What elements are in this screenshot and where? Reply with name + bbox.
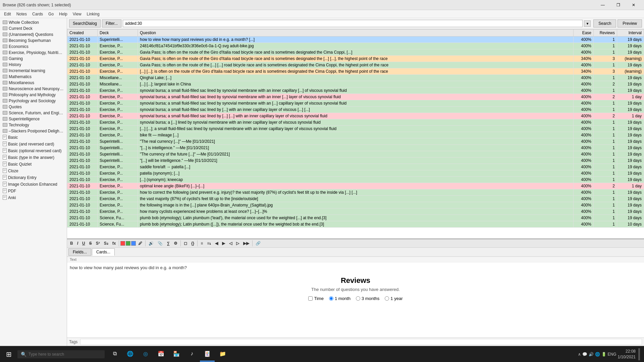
- sidebar-item-3[interactable]: Becoming Superhuman: [0, 38, 67, 44]
- sidebar-item-9[interactable]: Mathematics: [0, 74, 67, 80]
- attach-button[interactable]: 📎: [156, 240, 164, 246]
- tab-fields[interactable]: Fields...: [68, 248, 91, 256]
- search-input[interactable]: [123, 20, 583, 27]
- task-icon-music[interactable]: ♪: [184, 347, 199, 362]
- table-row[interactable]: 2021-01-10Exercise, P...[...] (synonym);…: [67, 177, 644, 183]
- start-button[interactable]: ⊞: [1, 347, 16, 362]
- align-right-button[interactable]: ▶▶: [241, 240, 251, 246]
- table-row[interactable]: 2021-01-10Science, Fu...plumb bob (etymo…: [67, 221, 644, 228]
- code-button[interactable]: {}: [190, 240, 196, 246]
- sidebar-item-15[interactable]: Science, Futurism, and Engineering: [0, 110, 67, 116]
- task-icon-anki[interactable]: 🃏: [200, 347, 215, 362]
- col-header-question[interactable]: Question: [138, 29, 574, 37]
- tray-battery[interactable]: 🔋: [601, 352, 606, 357]
- menu-notes[interactable]: Notes: [14, 11, 30, 17]
- close-button[interactable]: ✕: [626, 0, 641, 10]
- table-row[interactable]: 2021-01-10Exercise, P...saddle fore/aft …: [67, 164, 644, 170]
- superscript-button[interactable]: S²: [94, 240, 102, 246]
- menu-edit[interactable]: Edit: [1, 11, 14, 17]
- table-row[interactable]: 2021-01-10Exercise, P...[...] [...]; a s…: [67, 126, 644, 132]
- sidebar-item-22[interactable]: Basic (type in the answer): [0, 154, 67, 161]
- table-row[interactable]: 2021-01-10Superintelli..."The currency o…: [67, 151, 644, 158]
- table-row[interactable]: 2021-01-10Exercise, P...synovial bursa; …: [67, 87, 644, 94]
- menu-go[interactable]: Go: [46, 11, 56, 17]
- list-ordered-button[interactable]: ≡₁: [205, 240, 213, 246]
- table-row[interactable]: 2021-01-10Superintelli..."The real curre…: [67, 138, 644, 145]
- table-row[interactable]: 2021-01-10Exercise, P...patella (synonym…: [67, 170, 644, 177]
- year-radio[interactable]: [385, 296, 389, 301]
- sidebar-item-16[interactable]: Superintelligence: [0, 116, 67, 122]
- align-center-button[interactable]: ▷: [234, 240, 241, 246]
- filter-button[interactable]: Filter...: [102, 19, 121, 27]
- col-header-deck[interactable]: Deck: [98, 29, 138, 37]
- show-desktop-button[interactable]: [638, 348, 640, 360]
- tray-expand[interactable]: ∧: [578, 352, 581, 357]
- sidebar-item-17[interactable]: Technology: [0, 122, 67, 128]
- tags-input[interactable]: [80, 339, 642, 345]
- format-button[interactable]: fx: [111, 240, 118, 246]
- align-left-button[interactable]: ◁: [227, 240, 234, 246]
- list-unordered-button[interactable]: ≡: [199, 240, 205, 246]
- col-header-interval[interactable]: Interval: [617, 29, 644, 37]
- bold-button[interactable]: B: [68, 240, 75, 246]
- highlight-button[interactable]: 🖊: [137, 240, 144, 246]
- task-icon-multidesktop[interactable]: ⧉: [107, 347, 122, 362]
- time-checkbox-label[interactable]: Time: [308, 296, 323, 301]
- sidebar-item-20[interactable]: Basic (and reversed card): [0, 141, 67, 147]
- sidebar-item-21[interactable]: Basic (optional reversed card): [0, 147, 67, 154]
- sidebar-item-1[interactable]: Current Deck: [0, 25, 67, 32]
- link-button[interactable]: 🔗: [254, 240, 262, 246]
- table-row[interactable]: 2021-01-10Exercise, P...synovial bursa; …: [67, 94, 644, 100]
- tray-language[interactable]: ENG: [608, 352, 616, 357]
- sidebar-item-14[interactable]: Quotes: [0, 104, 67, 110]
- preview-button[interactable]: Preview: [618, 19, 642, 27]
- three-months-radio-label[interactable]: 3 months: [356, 296, 379, 301]
- strikethrough-button[interactable]: S: [88, 240, 94, 246]
- table-row[interactable]: 2021-01-10Exercise, P...synovial bursa; …: [67, 100, 644, 107]
- menu-linking[interactable]: Linking: [84, 11, 102, 17]
- restore-button[interactable]: ❐: [610, 0, 626, 10]
- sidebar-item-6[interactable]: Gaming: [0, 56, 67, 62]
- table-row[interactable]: 2021-01-10Superintelli..."[...] will be …: [67, 158, 644, 164]
- sidebar-item-13[interactable]: Psychology and Sociology: [0, 98, 67, 104]
- italic-button[interactable]: I: [75, 240, 80, 246]
- sidebar-item-4[interactable]: Economics: [0, 44, 67, 50]
- sidebar-item-8[interactable]: Incremental learning: [0, 68, 67, 74]
- time-checkbox[interactable]: [308, 296, 313, 301]
- menu-view[interactable]: View: [70, 11, 84, 17]
- box-button[interactable]: ◻: [182, 240, 189, 246]
- three-months-radio[interactable]: [356, 296, 360, 301]
- menu-cards[interactable]: Cards: [30, 11, 46, 17]
- col-header-ease[interactable]: Ease: [574, 29, 594, 37]
- table-row[interactable]: 2021-01-10Exercise, P...the following im…: [67, 202, 644, 208]
- tray-chat[interactable]: 💬: [582, 352, 587, 357]
- table-row[interactable]: 2021-01-10Exercise, P...optimal knee ang…: [67, 183, 644, 189]
- table-row[interactable]: 2021-01-10Exercise, P...how to correct t…: [67, 189, 644, 196]
- tray-network[interactable]: 🌐: [595, 352, 600, 357]
- year-radio-label[interactable]: 1 year: [385, 296, 402, 301]
- sidebar-item-5[interactable]: Exercise, Physiology, Nutrition, Biolog.…: [0, 50, 67, 56]
- table-row[interactable]: 2021-01-10Exercise, P...synovial bursa; …: [67, 119, 644, 126]
- col-header-reviews[interactable]: Reviews: [594, 29, 617, 37]
- table-row[interactable]: 2021-01-10Exercise, P...Gavia Pass; is o…: [67, 56, 644, 62]
- sidebar-item-11[interactable]: Neuroscience and Neuropsychology: [0, 86, 67, 92]
- tab-cards[interactable]: Cards...: [92, 248, 115, 256]
- indent-button[interactable]: ▶: [220, 240, 227, 246]
- sidebar-item-28[interactable]: Anki: [0, 194, 67, 201]
- card-text[interactable]: how to view how many past reviews you di…: [70, 265, 641, 270]
- clock[interactable]: 22:08 1/10/2021: [618, 349, 636, 360]
- task-icon-files[interactable]: 📁: [215, 347, 230, 362]
- sidebar-item-23[interactable]: Basic Quizlet: [0, 161, 67, 168]
- table-row[interactable]: 2021-01-10Exercise, P...synovial bursa; …: [67, 107, 644, 113]
- color-picker-blue[interactable]: [131, 241, 136, 246]
- table-row[interactable]: 2021-01-10Miscellane...Qinghai Lake; [..…: [67, 75, 644, 81]
- sidebar-item-12[interactable]: Philosophy and Mythology: [0, 92, 67, 98]
- sidebar-item-0[interactable]: Whole Collection: [0, 19, 67, 25]
- table-row[interactable]: 2021-01-10Exercise, P...bike fit — milea…: [67, 132, 644, 138]
- sidebar-item-19[interactable]: Basic: [0, 134, 67, 141]
- settings-button[interactable]: ⚙: [172, 240, 179, 246]
- outdent-button[interactable]: ◀: [213, 240, 220, 246]
- table-row[interactable]: 2021-01-10Exercise, P...[...] [...]; is …: [67, 68, 644, 75]
- table-row[interactable]: 2021-01-10Exercise, P...how many cyclist…: [67, 208, 644, 215]
- search-dropdown-button[interactable]: ▼: [584, 20, 591, 27]
